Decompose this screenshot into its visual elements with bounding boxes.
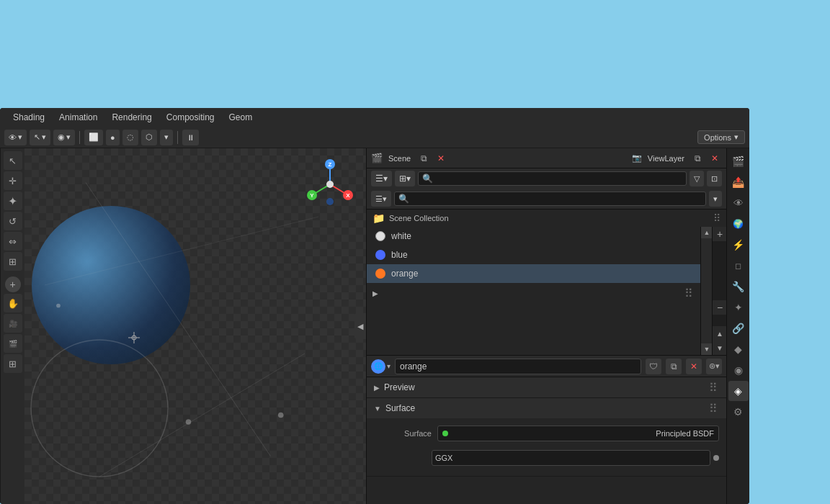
svg-text:X: X [346,192,350,199]
outliner-filter-btn[interactable]: ⊞▾ [395,171,415,186]
properties-panel: 🌐 ▾ 🛡 ⧉ ✕ ⊛▾ ▶ Preview ⠿ [367,356,726,504]
tool-cursor[interactable]: ✛ [4,171,22,190]
viewport-overlay-btn[interactable]: ↖ ▾ [30,130,50,145]
expand-row[interactable]: ▶ ⠿ [367,283,700,303]
surface-content: Surface Principled BSDF GGX Be [367,418,726,476]
scene-copy-btn[interactable]: ⧉ [416,151,431,166]
viewlayer-copy-btn[interactable]: ⧉ [690,151,705,166]
prop-shader-icon[interactable]: ⚙ [728,402,749,422]
main-toolbar: 👁 ▾ ↖ ▾ ◉ ▾ ⬜ ● ◌ ⬡ ▾ ⏸ Options ▾ [0,127,749,148]
tool-rotate[interactable]: ↺ [4,212,22,230]
menu-shading[interactable]: Shading [7,111,50,124]
material-icon-area: 🌐 ▾ [371,359,391,374]
prop-modifier-icon[interactable]: 🔧 [728,276,749,297]
svg-text:Y: Y [310,192,314,199]
outliner-search-input[interactable] [394,192,706,206]
preview-chevron: ▶ [374,384,380,392]
prop-data-icon[interactable]: ◉ [728,360,749,380]
outliner-sync-btn[interactable]: ⊡ [707,171,722,186]
list-add-btn[interactable]: + [713,227,726,241]
list-scroll-up-btn[interactable]: ▲ [713,326,726,341]
scroll-down[interactable]: ▼ [701,343,713,355]
preview-section-header[interactable]: ▶ Preview ⠿ [367,377,726,397]
menu-compositing[interactable]: Compositing [161,111,220,124]
tool-camera[interactable]: 🎥 [4,314,22,333]
surface-section-header[interactable]: ▼ Surface ⠿ [367,398,726,418]
viewlayer-close-btn[interactable]: ✕ [708,151,722,166]
outliner-search[interactable] [418,171,687,186]
distribution-select[interactable]: GGX Beckmann [432,450,710,466]
menu-rendering[interactable]: Rendering [106,111,157,124]
solid-shading-btn[interactable]: ⬜ [84,130,103,145]
menu-animation[interactable]: Animation [53,111,103,124]
tool-select[interactable]: ↖ [4,151,22,170]
scene-collection-header[interactable]: 📁 Scene Collection ⠿ [367,210,726,227]
mat-preview-btn[interactable]: ● [106,130,120,145]
material-name-input[interactable] [395,359,641,374]
list-controls: + − ▲ ▼ [712,227,726,355]
content-area: ↖ ✛ ✦ ↺ ⇔ ⊞ + ✋ 🎥 🎬 ⊞ [0,148,749,504]
blue-label: blue [391,250,408,260]
viewport-mode-btn[interactable]: 👁 ▾ [4,130,27,145]
svg-point-16 [326,181,334,188]
tool-grid[interactable]: ⊞ [4,354,22,373]
prop-render-icon[interactable]: 🎬 [728,151,749,171]
material-item-blue[interactable]: blue [367,246,700,264]
list-scroll-down-btn[interactable]: ▼ [713,341,726,355]
prop-output-icon[interactable]: 📤 [728,172,749,192]
pause-btn[interactable]: ⏸ [182,130,199,145]
material-shield-btn[interactable]: 🛡 [646,359,661,374]
scroll-up[interactable]: ▲ [701,227,713,238]
material-item-white[interactable]: white [367,227,700,246]
options-button[interactable]: Options ▾ [697,130,745,144]
toolbar-sep1 [79,131,80,144]
outliner-display-btn[interactable]: ☰▾ [371,171,392,186]
collapse-panels-arrow[interactable]: ◀ [354,313,366,339]
tool-move[interactable]: ✦ [4,192,22,210]
blender-window: Shading Animation Rendering Compositing … [0,108,749,504]
options-chevron: ▾ [734,132,738,142]
outliner-scrollbar[interactable]: ▲ ▼ [700,227,712,355]
surface-chevron: ▼ [374,405,381,413]
prop-physics-icon[interactable]: 🔗 [728,318,749,338]
prop-object-icon[interactable]: ◻ [728,256,749,276]
rendered-btn[interactable]: ◌ [122,130,138,145]
menu-geom[interactable]: Geom [223,111,259,124]
expand-icon: ▶ [372,289,378,297]
wireframe-btn[interactable]: ⬡ [141,130,157,145]
outliner-mode-btn[interactable]: ☰▾ [371,191,391,207]
material-globe-icon: 🌐 [371,359,385,374]
preview-drag-handle: ⠿ [709,381,719,395]
material-node-btn[interactable]: ⊛▾ [706,359,722,374]
outliner-filter-icon[interactable]: ▽ [690,171,704,186]
svg-point-5 [278,413,284,418]
outliner-section: ☰▾ ⊞▾ 🔍 ▽ ⊡ ☰▾ 🔍 ▾ [367,168,726,356]
tool-render[interactable]: 🎬 [4,334,22,353]
white-dot [375,231,385,241]
prop-world-icon[interactable]: ⚡ [728,235,749,255]
list-remove-btn[interactable]: − [713,300,726,315]
material-unlink-btn[interactable]: ✕ [686,359,702,374]
viewport-gizmo[interactable]: Z X Y [301,156,359,213]
scene-close-btn[interactable]: ✕ [434,151,448,166]
material-copy-btn[interactable]: ⧉ [666,359,682,374]
tool-transform[interactable]: ⊞ [4,252,22,271]
preview-label: Preview [384,382,415,392]
shading-dropdown[interactable]: ▾ [160,130,173,145]
right-panels: 🎬 Scene ⧉ ✕ 📷 ViewLayer ⧉ ✕ ☰▾ ⊞▾ 🔍 [366,148,726,504]
material-name-header: 🌐 ▾ 🛡 ⧉ ✕ ⊛▾ [367,356,726,377]
prop-material-icon[interactable]: ◈ [728,381,749,401]
tool-scale[interactable]: ⇔ [4,232,22,251]
prop-scene-icon[interactable]: 🌍 [728,214,749,234]
prop-constraints-icon[interactable]: ◆ [728,339,749,359]
outliner-expand-all-btn[interactable]: ▾ [709,191,722,207]
prop-particles-icon[interactable]: ✦ [728,297,749,318]
tool-add[interactable]: + [5,276,21,292]
material-item-orange[interactable]: orange [367,264,700,283]
shading-btn[interactable]: ◉ ▾ [53,130,75,145]
prop-view-layer-icon[interactable]: 👁 [728,193,749,213]
toolbar-sep2 [177,131,178,144]
viewport-3d[interactable]: Z X Y [24,148,366,504]
tool-hand[interactable]: ✋ [4,294,22,312]
scene-viewlayer-header: 🎬 Scene ⧉ ✕ 📷 ViewLayer ⧉ ✕ [367,148,726,168]
